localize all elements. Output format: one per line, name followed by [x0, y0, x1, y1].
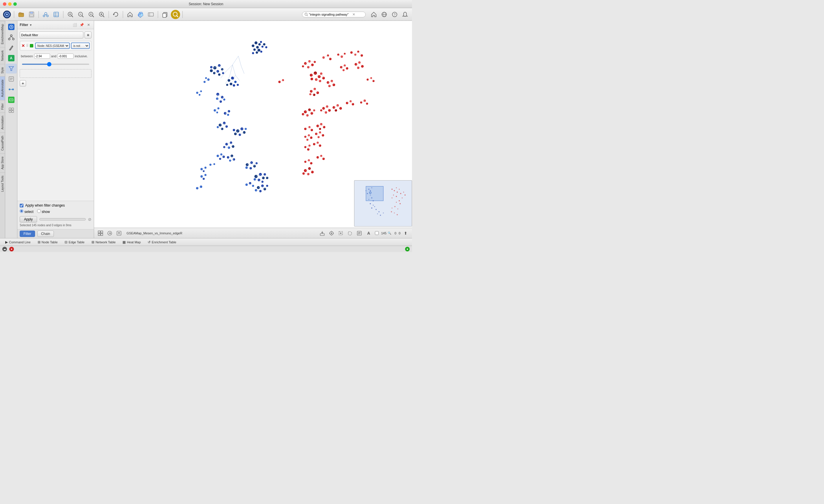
condition-attribute-select[interactable]: Node: NES (GSEAMap_Mesen_vs_Immuno_e... — [35, 42, 70, 49]
svg-point-288 — [319, 128, 321, 130]
tab-style[interactable]: Style — [0, 64, 5, 77]
filter-dropdown-arrow[interactable]: ▼ — [29, 23, 32, 27]
save-button[interactable] — [27, 10, 36, 19]
filter-menu-btn[interactable]: ≡ — [85, 31, 92, 38]
network-checkbox[interactable] — [375, 231, 379, 235]
sidebar-causal-path[interactable] — [6, 85, 17, 94]
filter-cancel-btn[interactable]: ⊘ — [88, 217, 92, 222]
range-max-input[interactable] — [58, 53, 74, 59]
sidebar-style[interactable] — [6, 43, 17, 53]
filter-add-condition-btn[interactable]: + — [20, 80, 26, 87]
zoom-in-button[interactable] — [66, 10, 75, 19]
import-table-button[interactable] — [51, 10, 61, 19]
svg-line-317 — [350, 101, 353, 104]
window-controls[interactable] — [3, 2, 17, 6]
svg-line-74 — [241, 66, 244, 74]
open-button[interactable] — [16, 10, 26, 19]
sidebar-auto-annotate[interactable]: A — [6, 53, 17, 63]
filter-tab-chain[interactable]: Chain — [37, 231, 54, 237]
zoom-selected-button[interactable] — [97, 10, 106, 19]
zoom-out-button[interactable] — [76, 10, 85, 19]
svg-point-436 — [396, 187, 397, 188]
bottom-tab-heat-map[interactable]: ▦ Heat Map — [120, 240, 143, 245]
network-minimap[interactable] — [354, 180, 412, 227]
home-button[interactable] — [125, 10, 135, 19]
search-box[interactable]: ✕ — [302, 12, 366, 17]
tab-enrichment-map[interactable]: EnrichmentMap — [0, 21, 5, 47]
network-nav-btn[interactable]: ⬆ — [402, 229, 410, 237]
bottom-tab-edge-table[interactable]: ⊟ Edge Table — [62, 240, 87, 245]
filter-close-btn[interactable]: ✕ — [86, 22, 92, 28]
status-ok-icon[interactable]: ● — [405, 247, 410, 251]
app-icon[interactable] — [2, 10, 12, 19]
tab-annotation[interactable]: Annotation — [0, 113, 5, 132]
filter-range-slider[interactable] — [22, 64, 89, 65]
copy-button[interactable] — [161, 10, 170, 19]
filter-expand-btn[interactable]: ⬜ — [72, 22, 78, 28]
network-import-btn[interactable] — [318, 229, 326, 237]
filter-tab-filter[interactable]: Filter — [20, 231, 35, 237]
network-label-btn[interactable]: A — [365, 229, 373, 237]
sidebar-app-store[interactable] — [6, 105, 17, 115]
network-annotation-btn[interactable] — [355, 229, 364, 237]
maximize-button[interactable] — [13, 2, 17, 6]
condition-operator-select[interactable]: is not — [71, 42, 90, 49]
svg-line-400 — [368, 78, 371, 80]
tab-filter[interactable]: Filter — [0, 100, 5, 113]
sidebar-enrichment-map[interactable] — [6, 22, 17, 32]
network-share-btn[interactable] — [106, 229, 114, 237]
sidebar-filter-active[interactable] — [6, 64, 17, 74]
filter-remove-btn[interactable]: ✕ — [21, 43, 25, 48]
globe-nav-button[interactable] — [380, 10, 389, 19]
notification-button[interactable] — [400, 10, 410, 19]
help-button[interactable]: ? — [390, 10, 399, 19]
home-nav-button[interactable] — [369, 10, 379, 19]
tab-causal-path[interactable]: CausalPath — [0, 132, 5, 154]
tab-layout-tools[interactable]: Layout Tools — [0, 172, 5, 195]
network-grid-btn[interactable] — [96, 229, 105, 237]
tab-auto-annotate[interactable]: AutoAnnotate — [0, 77, 5, 100]
filter-select-radio[interactable] — [20, 209, 23, 213]
network-lasso-select-btn[interactable] — [346, 229, 354, 237]
svg-point-384 — [316, 156, 319, 158]
svg-point-455 — [392, 208, 393, 209]
globe-button[interactable] — [136, 10, 145, 19]
svg-line-127 — [218, 94, 222, 97]
filter-drag-handle[interactable]: ⠿ — [26, 44, 29, 48]
filter-footer: Apply when filter changes select show Ap… — [17, 201, 94, 229]
search-active-button[interactable] — [171, 10, 180, 19]
sidebar-causal-path-2[interactable] — [6, 95, 17, 105]
sidebar-annotation[interactable] — [6, 74, 17, 84]
svg-point-260 — [282, 79, 284, 81]
bottom-tab-enrichment-table[interactable]: ↺ Enrichment Table — [145, 240, 179, 245]
bottom-tab-network-table[interactable]: ⊞ Network Table — [89, 240, 119, 245]
svg-point-114 — [204, 81, 206, 83]
filter-preset-select[interactable]: Default filter — [20, 31, 83, 38]
svg-line-355 — [259, 180, 262, 182]
tab-app-store[interactable]: App Store — [0, 153, 5, 172]
filter-show-radio[interactable] — [37, 209, 41, 213]
filter-pin-btn[interactable]: 📌 — [79, 22, 85, 28]
sidebar-network[interactable] — [6, 32, 17, 42]
hide-panels-button[interactable] — [146, 10, 156, 19]
network-select-btn[interactable] — [327, 229, 335, 237]
zoom-fit-button[interactable] — [87, 10, 96, 19]
import-network-button[interactable] — [41, 10, 50, 19]
close-button[interactable] — [3, 2, 6, 6]
status-cloud-icon[interactable]: ☁ — [2, 247, 7, 251]
svg-line-77 — [232, 75, 235, 83]
network-box-select-btn[interactable] — [337, 229, 345, 237]
network-export-btn[interactable] — [115, 229, 123, 237]
search-input[interactable] — [309, 13, 352, 16]
minimize-button[interactable] — [8, 2, 12, 6]
tab-network[interactable]: Network — [0, 47, 5, 64]
range-min-input[interactable] — [34, 53, 50, 59]
filter-auto-apply-checkbox[interactable] — [20, 204, 23, 208]
filter-apply-btn[interactable]: Apply — [20, 216, 37, 223]
network-area[interactable]: GSEAMap_Mesen_vs_Immuno_edgeR A — [94, 21, 412, 238]
bottom-tab-node-table[interactable]: ⊞ Node Table — [35, 240, 61, 245]
search-clear-button[interactable]: ✕ — [352, 12, 355, 16]
status-error-icon[interactable]: ● — [9, 247, 14, 251]
refresh-button[interactable] — [111, 10, 120, 19]
bottom-tab-command-line[interactable]: ▶ Command Line — [2, 240, 33, 245]
